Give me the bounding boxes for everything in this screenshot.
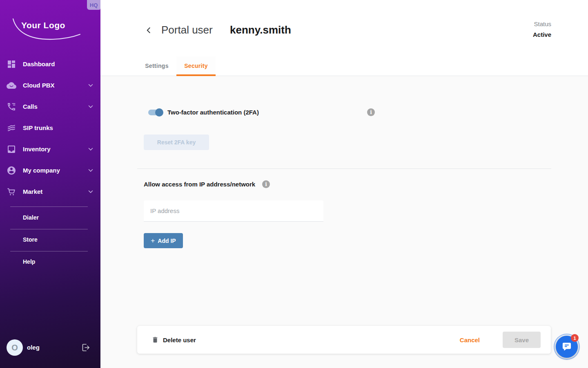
logout-icon[interactable]	[81, 343, 91, 352]
status-block: Status Active	[533, 20, 551, 38]
main-content: Portal user kenny.smith Status Active Se…	[100, 0, 588, 368]
sidebar-item-inventory[interactable]: Inventory	[0, 139, 100, 160]
tab-security[interactable]: Security	[176, 56, 216, 76]
sidebar-item-label: Cloud PBX	[23, 75, 55, 96]
chevron-down-icon	[88, 148, 93, 151]
sip-trunks-icon	[7, 123, 16, 133]
sidebar-item-dashboard[interactable]: Dashboard	[0, 54, 100, 75]
sidebar-divider	[10, 229, 88, 229]
twofa-label: Two-factor authentication (2FA)	[167, 109, 259, 116]
add-ip-button[interactable]: + Add IP	[144, 233, 183, 248]
sidebar-item-label: Calls	[23, 96, 38, 117]
cloud-icon	[7, 81, 16, 90]
section-divider	[137, 168, 551, 169]
ip-section-label: Allow access from IP address/network	[144, 181, 255, 188]
delete-user-label: Delete user	[163, 337, 196, 343]
page-header: Portal user kenny.smith Status Active Se…	[100, 0, 588, 76]
sidebar-item-my-company[interactable]: My company	[0, 160, 100, 181]
phone-calls-icon	[7, 102, 16, 112]
info-icon[interactable]: i	[262, 180, 270, 188]
logo[interactable]: Your Logo	[8, 15, 90, 44]
sidebar-item-help[interactable]: Help	[23, 258, 35, 265]
sidebar-item-sip-trunks[interactable]: SIP trunks	[0, 117, 100, 139]
sidebar-item-calls[interactable]: Calls	[0, 96, 100, 117]
sidebar-item-store[interactable]: Store	[23, 236, 38, 243]
tab-bar: Settings Security	[137, 56, 216, 76]
twofa-toggle[interactable]	[148, 110, 162, 115]
sidebar-user-row: O oleg	[0, 339, 100, 364]
market-cart-icon	[7, 187, 16, 197]
status-value: Active	[533, 31, 551, 38]
avatar[interactable]: O	[7, 339, 23, 356]
sidebar-item-label: Inventory	[23, 139, 51, 160]
delete-user-button[interactable]: Delete user	[151, 336, 196, 344]
save-button[interactable]: Save	[503, 332, 541, 348]
chat-unread-badge: 1	[571, 334, 579, 342]
reset-2fa-button[interactable]: Reset 2FA key	[144, 135, 209, 150]
sidebar-divider	[10, 251, 88, 251]
chevron-down-icon	[88, 169, 93, 172]
inventory-icon	[7, 144, 16, 154]
page-username: kenny.smith	[230, 24, 291, 36]
sidebar-item-label: Dashboard	[23, 54, 55, 75]
tab-settings[interactable]: Settings	[137, 56, 176, 76]
info-icon[interactable]: i	[367, 108, 375, 116]
page-title: Portal user	[161, 24, 213, 36]
action-bar: Delete user Cancel Save	[137, 326, 551, 354]
user-name: oleg	[27, 339, 40, 356]
sidebar-item-label: SIP trunks	[23, 117, 53, 139]
plus-icon: +	[151, 237, 155, 244]
status-label: Status	[533, 20, 551, 27]
sidebar-item-cloud-pbx[interactable]: Cloud PBX	[0, 75, 100, 96]
back-button[interactable]	[143, 25, 154, 36]
company-person-icon	[7, 166, 16, 175]
sidebar-item-dialer[interactable]: Dialer	[23, 214, 39, 221]
sidebar-item-label: My company	[23, 160, 60, 181]
dashboard-icon	[7, 59, 16, 69]
sidebar-item-market[interactable]: Market	[0, 181, 100, 202]
trash-icon	[151, 336, 159, 344]
twofa-toggle-thumb	[155, 108, 163, 117]
chevron-down-icon	[88, 105, 93, 108]
hq-badge[interactable]: HQ	[87, 0, 100, 10]
sidebar: HQ Your Logo Dashboard Cloud PBX Calls	[0, 0, 100, 368]
cancel-button[interactable]: Cancel	[460, 337, 480, 343]
logo-text: Your Logo	[21, 20, 65, 30]
ip-address-input[interactable]	[144, 200, 323, 222]
sidebar-item-label: Market	[23, 181, 42, 202]
chevron-down-icon	[88, 84, 93, 87]
sidebar-divider	[10, 206, 88, 207]
chevron-down-icon	[88, 190, 93, 193]
chat-widget-button[interactable]: 1	[554, 334, 580, 360]
add-ip-label: Add IP	[158, 238, 176, 244]
